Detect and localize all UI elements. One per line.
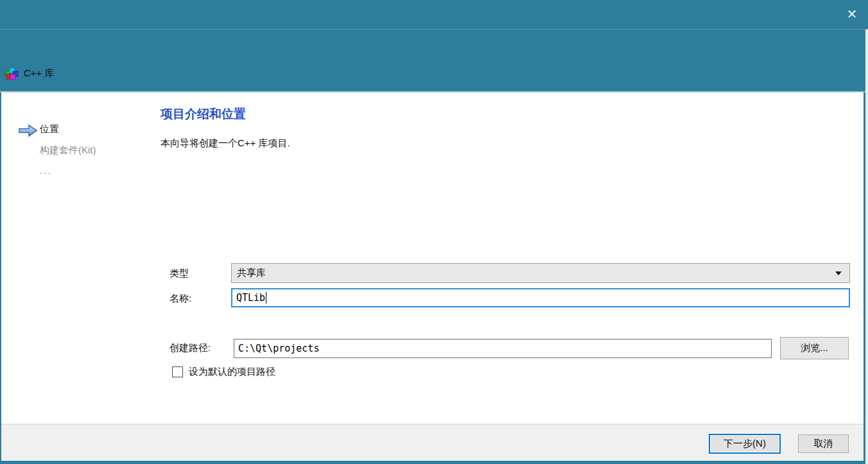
text-caret [266,292,266,304]
page-description: 本向导将创建一个C++ 库项目. [161,137,290,150]
chevron-down-icon [835,271,842,275]
titlebar: ✕ [0,0,868,29]
sidebar-step-location: 位置 [40,123,59,135]
wizard-window: ✕ C++ 库 位置 构建套件(Kit) ... 项目 [0,0,868,464]
sidebar-step-kits: 构建套件(Kit) [40,144,96,157]
page-title: 项目介绍和位置 [161,106,246,123]
close-icon: ✕ [847,8,858,21]
wizard-title: C++ 库 [24,67,55,80]
default-path-checkbox[interactable] [172,366,183,377]
cancel-button[interactable]: 取消 [798,434,849,453]
name-input[interactable]: QTLib [231,288,850,307]
next-button[interactable]: 下一步(N) [709,434,781,454]
path-input-value: C:\Qt\projects [238,343,319,354]
default-path-row: 设为默认的项目路径 [172,366,275,378]
browse-button[interactable]: 浏览... [780,337,849,359]
default-path-label: 设为默认的项目路径 [189,366,275,378]
type-label: 类型 [169,268,189,280]
name-input-value: QTLib [236,292,265,304]
cpp-library-icon [4,67,19,81]
name-label: 名称: [169,293,191,305]
sidebar-step-more: ... [40,165,52,176]
type-select[interactable]: 共享库 [231,263,850,283]
wizard-footer: 下一步(N) 取消 [1,424,864,461]
close-button[interactable]: ✕ [841,4,863,24]
path-label: 创建路径: [169,342,211,354]
current-step-arrow-icon [18,124,38,137]
window-edge-highlight [865,30,868,464]
wizard-content: 位置 构建套件(Kit) ... 项目介绍和位置 本向导将创建一个C++ 库项目… [1,92,864,424]
wizard-header: C++ 库 [1,30,865,91]
path-input[interactable]: C:\Qt\projects [234,339,772,358]
type-select-value: 共享库 [232,267,835,279]
